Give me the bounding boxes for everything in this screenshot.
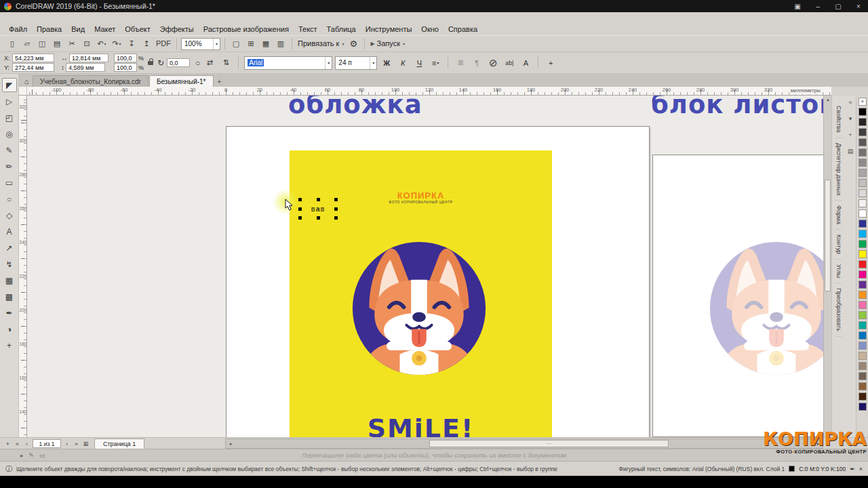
import-button[interactable]: ↧▾ bbox=[125, 37, 138, 51]
color-swatch[interactable] bbox=[859, 159, 867, 167]
previous-page-button[interactable]: ‹ bbox=[23, 441, 31, 447]
selection-handle[interactable] bbox=[317, 198, 320, 201]
rotation-angle-field[interactable]: 0,0 bbox=[167, 58, 190, 67]
edit-text-button[interactable]: ab| bbox=[502, 56, 516, 70]
docker-tab[interactable]: Преобразовать bbox=[835, 283, 842, 337]
vertical-scrollbar[interactable]: ▴ ▾ bbox=[823, 96, 831, 437]
document-tab[interactable]: Учебная_блокноты_Копирка.cdr bbox=[33, 75, 149, 87]
full-screen-preview-button[interactable]: ▢ bbox=[229, 37, 243, 51]
docker-tab[interactable]: Свойства bbox=[835, 101, 842, 138]
horizontal-scrollbar[interactable]: ◂ ⋯ ▸ bbox=[225, 439, 823, 449]
crop-tool[interactable]: ◰ bbox=[2, 110, 17, 125]
table-tool[interactable]: ▦ bbox=[2, 273, 17, 287]
color-swatch[interactable] bbox=[859, 331, 867, 340]
artistic-media-tool[interactable]: ✏ bbox=[2, 159, 17, 174]
lock-ratio-icon[interactable] bbox=[148, 61, 153, 65]
object-y-field[interactable]: 272,44 мм bbox=[12, 63, 54, 72]
copy-button[interactable]: ⊡▾ bbox=[80, 37, 94, 51]
selection-handle[interactable] bbox=[298, 198, 302, 201]
docker-pin-button[interactable]: ▾ bbox=[849, 115, 852, 122]
show-guidelines-button[interactable]: ▥ bbox=[274, 37, 288, 51]
export-button[interactable]: ↥▾ bbox=[140, 37, 153, 51]
docker-tab[interactable]: Контур bbox=[835, 230, 842, 260]
snap-to-dropdown[interactable]: Привязать к▾ bbox=[296, 37, 345, 51]
sheets-heading-text[interactable]: блок листов 4 bbox=[651, 96, 823, 119]
connector-tool[interactable]: ↯ bbox=[2, 257, 17, 271]
color-swatch[interactable] bbox=[859, 138, 867, 146]
color-swatch[interactable] bbox=[859, 362, 867, 370]
color-swatch[interactable] bbox=[859, 352, 867, 360]
menu-item[interactable]: Вид bbox=[66, 24, 90, 35]
freehand-tool[interactable]: ✎ bbox=[2, 143, 17, 157]
color-swatch[interactable] bbox=[859, 169, 867, 177]
text-alignment-button[interactable]: ≡▾ bbox=[429, 56, 442, 70]
first-page-button[interactable]: « bbox=[14, 441, 21, 447]
color-swatch[interactable] bbox=[859, 250, 867, 258]
eyedropper-tool[interactable]: ✒ bbox=[2, 306, 17, 320]
pdf-button[interactable]: PDF▾ bbox=[155, 37, 172, 51]
selection-handle[interactable] bbox=[298, 216, 302, 220]
menu-item[interactable]: Таблица bbox=[322, 24, 361, 35]
color-swatch[interactable] bbox=[859, 270, 867, 279]
scroll-left-icon[interactable]: ◂ bbox=[226, 439, 235, 448]
color-swatch[interactable]: × bbox=[859, 98, 867, 106]
menu-item[interactable]: Текст bbox=[294, 24, 322, 35]
menu-item[interactable]: Правка bbox=[32, 24, 66, 35]
vertical-scroll-thumb[interactable] bbox=[825, 180, 831, 291]
scale-x-field[interactable]: 100,0 bbox=[114, 54, 137, 62]
color-swatch[interactable] bbox=[859, 403, 867, 411]
color-swatch[interactable] bbox=[859, 281, 867, 289]
color-swatch[interactable] bbox=[859, 128, 867, 136]
character-formatting-button[interactable]: A bbox=[519, 56, 532, 70]
color-swatch[interactable] bbox=[859, 230, 867, 238]
docker-add-button[interactable]: + bbox=[848, 131, 852, 138]
bulleted-list-button[interactable]: ≣ bbox=[454, 56, 467, 70]
color-swatch[interactable] bbox=[859, 311, 867, 319]
menu-item[interactable]: Растровые изображения bbox=[199, 24, 294, 35]
show-grid-button[interactable]: ▦ bbox=[259, 37, 273, 51]
color-swatch[interactable] bbox=[859, 291, 867, 299]
scale-y-field[interactable]: 100,0 bbox=[114, 63, 137, 72]
menu-item[interactable]: Макет bbox=[90, 24, 120, 35]
show-rulers-button[interactable]: ⊞ bbox=[244, 37, 258, 51]
maximize-button[interactable]: ▢ bbox=[833, 3, 844, 10]
text-tool[interactable]: A bbox=[2, 224, 17, 239]
docker-tab[interactable]: Диспетчер данных bbox=[835, 138, 842, 201]
selection-handle[interactable] bbox=[334, 216, 338, 220]
docker-options-button[interactable]: ▤ bbox=[848, 148, 854, 155]
color-swatch[interactable] bbox=[859, 118, 867, 126]
add-page-button[interactable]: + bbox=[4, 441, 12, 447]
docker-tab[interactable]: Форма bbox=[835, 201, 842, 230]
color-swatch[interactable] bbox=[859, 209, 867, 218]
open-button[interactable]: ▱▾ bbox=[20, 37, 34, 51]
no-outline-icon[interactable]: ⊘ bbox=[486, 56, 500, 70]
selected-text-object[interactable]: вав × bbox=[300, 200, 336, 218]
tablet-mode-button[interactable]: ▣ bbox=[792, 3, 803, 10]
welcome-screen-icon[interactable]: ⌂ bbox=[20, 75, 33, 87]
zoom-level-combo[interactable]: 100%▾ bbox=[181, 38, 220, 50]
smile-text[interactable]: SMiLE! bbox=[368, 413, 475, 437]
shape-tool[interactable]: ▷ bbox=[2, 94, 17, 108]
cut-button[interactable]: ✂▾ bbox=[65, 37, 79, 51]
color-swatch[interactable] bbox=[859, 199, 867, 207]
color-swatch[interactable] bbox=[859, 220, 867, 228]
next-page-button[interactable]: › bbox=[63, 441, 71, 447]
drop-cap-button[interactable]: ¶ bbox=[470, 56, 484, 70]
color-swatch[interactable] bbox=[859, 108, 867, 116]
color-swatch[interactable] bbox=[859, 382, 867, 390]
add-tools-button[interactable]: + bbox=[2, 338, 17, 352]
color-swatch[interactable] bbox=[859, 189, 867, 197]
font-size-combo[interactable]: 24 п▾ bbox=[335, 56, 377, 70]
color-swatch[interactable] bbox=[859, 342, 867, 350]
drawing-canvas[interactable]: обложка блок листов 4 КОПИРКА ФОТО КОПИР… bbox=[27, 96, 823, 437]
pick-tool[interactable]: ◤ bbox=[2, 78, 17, 92]
color-swatch[interactable] bbox=[859, 260, 867, 268]
underline-button[interactable]: Ч bbox=[412, 56, 426, 70]
print-button[interactable]: ▤▾ bbox=[50, 37, 64, 51]
last-page-button[interactable]: » bbox=[73, 441, 80, 447]
dimension-tool[interactable]: ↗ bbox=[2, 241, 17, 255]
object-height-field[interactable]: 4,589 мм bbox=[66, 63, 105, 72]
color-swatch[interactable] bbox=[859, 321, 867, 329]
launch-dropdown[interactable]: ▶ Запуск▾ bbox=[369, 37, 406, 51]
menu-item[interactable]: Объект bbox=[120, 24, 155, 35]
